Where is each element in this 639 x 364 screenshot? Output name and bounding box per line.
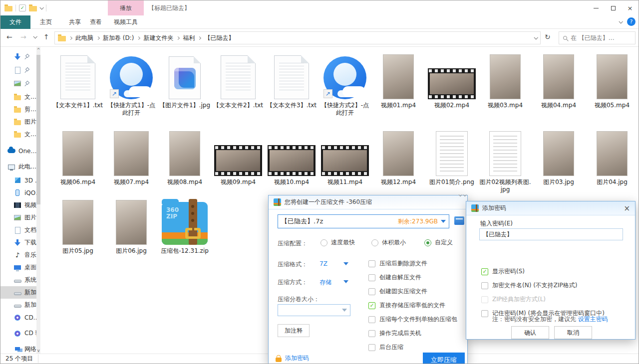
- sidebar-item-drive-d-selected[interactable]: 新加…: [0, 286, 36, 299]
- file-item[interactable]: 视频02.mp4: [425, 52, 478, 109]
- volume-select[interactable]: [278, 304, 350, 316]
- sidebar-item-pictures-pinned[interactable]: [0, 77, 36, 90]
- format-dropdown-icon[interactable]: [343, 262, 348, 265]
- ribbon-collapse-icon[interactable]: [619, 19, 623, 23]
- recent-locations-icon[interactable]: [33, 34, 37, 38]
- tab-view[interactable]: 查看: [81, 15, 110, 29]
- search-box[interactable]: 在 【已隐去】…: [559, 31, 636, 44]
- close-icon[interactable]: ×: [624, 204, 630, 213]
- method-value[interactable]: 存储: [320, 278, 331, 287]
- add-password-link[interactable]: 添加密码: [276, 354, 309, 363]
- sidebar-scrollbar[interactable]: ^ v: [36, 47, 40, 355]
- radio-fastest[interactable]: 速度最快: [320, 238, 355, 247]
- help-icon[interactable]: ?: [627, 17, 636, 26]
- file-item[interactable]: 视频06.mp4: [51, 129, 104, 186]
- file-item[interactable]: 图片03.jpg: [532, 129, 585, 186]
- sidebar-item-downloads[interactable]: 下载: [0, 236, 36, 249]
- file-item[interactable]: 图片04.jpg: [586, 129, 639, 186]
- radio-smallest[interactable]: 体积最小: [371, 238, 406, 247]
- scroll-up-icon[interactable]: ^: [36, 47, 40, 54]
- password-dialog-titlebar[interactable]: 添加密码 ×: [466, 201, 635, 215]
- format-value[interactable]: 7Z: [320, 260, 327, 267]
- file-item[interactable]: 视频09.mp4: [212, 129, 265, 186]
- checkbox-background-compress[interactable]: 后台压缩: [368, 343, 403, 352]
- confirm-button[interactable]: 确认: [511, 326, 549, 339]
- checkbox-shutdown-after[interactable]: 操作完成后关机: [368, 329, 421, 338]
- checkbox-separate-archives[interactable]: 压缩每个文件到单独的压缩包: [368, 315, 457, 324]
- file-item[interactable]: 视频04.mp4: [532, 52, 585, 109]
- sidebar-item-network[interactable]: 网络: [0, 343, 36, 355]
- file-menu-button[interactable]: 文件: [0, 15, 30, 29]
- tab-home[interactable]: 主页: [31, 15, 60, 29]
- sidebar-item-downloads-pinned[interactable]: [0, 50, 36, 63]
- file-item[interactable]: 视频11.mp4: [319, 129, 371, 186]
- checkbox-show-password[interactable]: ✓显示密码(S): [481, 267, 525, 276]
- checkbox-solid-archive[interactable]: 创建固实压缩文件: [368, 287, 427, 296]
- tab-video-tools[interactable]: 视频工具: [108, 15, 144, 29]
- cancel-button[interactable]: 取消: [554, 326, 592, 339]
- file-item[interactable]: 视频10.mp4: [265, 129, 318, 186]
- breadcrumb-current[interactable]: 【已隐去】: [204, 34, 234, 42]
- compress-dialog-titlebar[interactable]: 您将创建一个压缩文件 -360压缩: [269, 195, 467, 209]
- file-item[interactable]: 【文本文件1】.txt: [51, 52, 104, 109]
- radio-custom[interactable]: 自定义: [424, 238, 453, 247]
- file-item[interactable]: 图片01简介.png: [425, 129, 478, 186]
- sidebar-item-cd-drive[interactable]: CD…: [0, 311, 36, 324]
- sidebar-item-system-drive[interactable]: 系统…: [0, 274, 36, 286]
- breadcrumb[interactable]: 此电脑 新加卷 (D:) 新建文件夹 福利 【已隐去】: [54, 31, 541, 44]
- sidebar-item-music[interactable]: ♪音乐: [0, 249, 36, 261]
- add-comment-button[interactable]: 加注释: [278, 324, 310, 337]
- file-item[interactable]: 视频12.mp4: [372, 129, 425, 186]
- back-icon[interactable]: ←: [6, 33, 12, 41]
- password-input[interactable]: [479, 228, 623, 240]
- contextual-tab-play[interactable]: 播放: [108, 0, 144, 15]
- sidebar-item-folder[interactable]: 剪…: [0, 103, 36, 116]
- file-item[interactable]: 视频08.mp4: [158, 129, 211, 186]
- sidebar-item-documents[interactable]: 文档: [0, 224, 36, 236]
- sidebar-item-cd-drive[interactable]: CD 驱…: [0, 327, 36, 340]
- file-item[interactable]: 视频01.mp4: [372, 52, 425, 109]
- folder-icon[interactable]: [29, 6, 37, 11]
- file-item[interactable]: 视频07.mp4: [105, 129, 158, 186]
- sidebar-item-folder[interactable]: 文…: [0, 128, 36, 141]
- set-master-password-link[interactable]: 设置主密码: [578, 316, 608, 323]
- minimize-button[interactable]: [588, 0, 605, 15]
- breadcrumb-this-pc[interactable]: 此电脑: [75, 34, 93, 42]
- checkbox-self-extracting[interactable]: 创建自解压文件: [368, 273, 421, 282]
- sidebar-item-3d-objects[interactable]: 3D …: [0, 174, 36, 186]
- file-item[interactable]: 视频05.mp4: [586, 52, 639, 109]
- archive-name-input[interactable]: 【已隐去】.7z 剩余:273.9GB: [278, 214, 449, 228]
- sidebar-item-phone[interactable]: iQO…: [0, 186, 36, 199]
- file-item[interactable]: 图片02视频列表图.jpg: [479, 129, 532, 193]
- browse-folder-icon[interactable]: [454, 216, 464, 225]
- file-item[interactable]: 【文本文件3】.txt: [265, 52, 318, 109]
- forward-icon[interactable]: →: [20, 33, 26, 41]
- breadcrumb-folder[interactable]: 福利: [183, 34, 195, 42]
- file-item[interactable]: ↗【快捷方式1】-点此打开: [105, 52, 158, 117]
- method-dropdown-icon[interactable]: [343, 280, 348, 283]
- sidebar-item-documents-pinned[interactable]: [0, 64, 36, 76]
- checkbox-encrypt-filenames[interactable]: 加密文件名(N) (不支持ZIP格式): [481, 281, 578, 290]
- file-item[interactable]: 视频03.mp4: [479, 52, 532, 109]
- address-dropdown-icon[interactable]: [534, 35, 538, 39]
- sidebar-item-desktop[interactable]: 桌面: [0, 261, 36, 274]
- breadcrumb-drive-d[interactable]: 新加卷 (D:): [103, 34, 134, 42]
- collapse-chevrons-icon[interactable]: [459, 194, 466, 196]
- breadcrumb-new-folder[interactable]: 新建文件夹: [143, 34, 173, 42]
- checkbox-delete-source[interactable]: 压缩后删除源文件: [368, 259, 427, 268]
- sidebar-item-folder[interactable]: 文…: [0, 91, 36, 103]
- up-icon[interactable]: ↑: [43, 33, 49, 41]
- chevron-down-icon[interactable]: [39, 5, 43, 9]
- sidebar-item-pictures[interactable]: 图片: [0, 211, 36, 224]
- checkbox-store-low-ratio[interactable]: ✓直接存储压缩率低的文件: [368, 301, 445, 310]
- scrollbar-thumb[interactable]: [36, 55, 40, 204]
- file-item[interactable]: ↗【快捷方式2】-点此打开: [319, 52, 371, 117]
- sidebar-item-videos[interactable]: 视频: [0, 199, 36, 211]
- sidebar-item-folder[interactable]: 图片: [0, 116, 36, 128]
- file-item[interactable]: 【图片文件1】.jpg: [158, 52, 211, 109]
- file-item[interactable]: 360 ZIP压缩包-12.31.zip: [158, 198, 211, 255]
- file-item[interactable]: 图片05.jpg: [51, 198, 104, 255]
- refresh-icon[interactable]: ↻: [545, 33, 551, 41]
- file-item[interactable]: 【文本文件2】.txt: [212, 52, 265, 109]
- close-button[interactable]: ×: [622, 0, 639, 15]
